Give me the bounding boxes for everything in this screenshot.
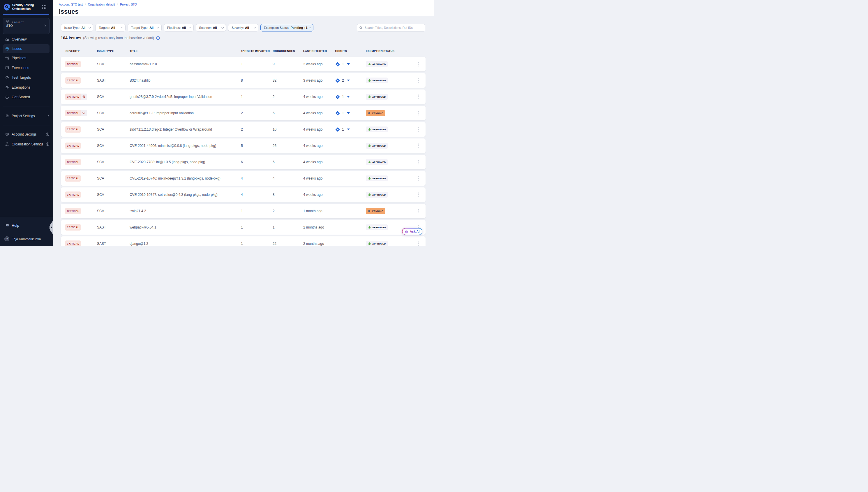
ask-ai-button[interactable]: Ask AI <box>402 228 422 235</box>
ticket-dropdown[interactable]: 1 <box>335 62 350 67</box>
main-content: Account: STO testOrganization: defaultPr… <box>53 0 434 246</box>
filter-value: All <box>245 26 249 29</box>
sidebar-item-organization-settings[interactable]: Organization Settings <box>0 139 53 149</box>
table-row[interactable]: CRITICAL SCA zlib@1:1.2.13.dfsg-1: Integ… <box>61 122 425 137</box>
sidebar-item-test-targets[interactable]: Test Targets <box>0 73 53 83</box>
sidebar-divider <box>3 126 50 126</box>
filter-targets[interactable]: Targets:All <box>95 24 126 31</box>
occurrences-cell: 22 <box>273 237 277 246</box>
column-header-issue_type: ISSUE TYPE <box>97 49 114 52</box>
exemption-label: APPROVED <box>372 243 386 245</box>
severity-badge: CRITICAL <box>65 159 81 165</box>
issue-title: B324: hashlib <box>130 73 150 88</box>
last-detected-cell: 2 months ago <box>303 237 324 246</box>
tickets-cell: 1 <box>335 90 350 104</box>
filter-exemption-status[interactable]: Exemption Status:Pending +1 <box>260 24 313 31</box>
column-header-occurrences: OCCURRENCES <box>273 49 295 52</box>
row-menu-button[interactable] <box>418 62 419 67</box>
table-row[interactable]: CRITICAL SCA CVE-2021-44906: minimist@0.… <box>61 139 425 153</box>
sidebar-bottom: Help TK Teja Kummarikuntla <box>0 217 53 246</box>
table-row[interactable]: CRITICAL SAST B324: hashlib 8 32 3 weeks… <box>61 73 425 88</box>
sidebar-item-exemptions[interactable]: Exemptions <box>0 82 53 92</box>
table-row[interactable]: CRITICAL SAST django@1.2 1 22 2 months a… <box>61 237 425 246</box>
row-menu-button[interactable] <box>418 209 419 214</box>
breadcrumb-link[interactable]: Account: STO test <box>59 3 83 6</box>
sidebar-item-overview[interactable]: Overview <box>0 34 53 44</box>
info-icon[interactable] <box>46 142 50 146</box>
occurrences-cell: 1 <box>273 220 275 235</box>
exemption-badge: APPROVED <box>366 192 388 198</box>
thumbs-up-icon <box>368 95 371 99</box>
filter-pipelines[interactable]: Pipelines:All <box>164 24 194 31</box>
sidebar-nav: Overview Issues Pipelines Executions Tes… <box>0 34 53 102</box>
ticket-dropdown[interactable]: 1 <box>335 111 350 116</box>
sidebar-item-executions[interactable]: Executions <box>0 63 53 73</box>
help-chat-icon <box>5 224 9 228</box>
exemption-badge: APPROVED <box>366 143 388 149</box>
info-icon[interactable] <box>156 36 160 40</box>
breadcrumb-link[interactable]: Organization: default <box>88 3 115 6</box>
app-title-line1: Security Testing <box>12 3 34 7</box>
filter-value: All <box>182 26 186 29</box>
table-row[interactable]: CRITICAL SCA CVE-2019-10747: set-value@0… <box>61 188 425 202</box>
thumbs-up-icon <box>368 226 371 229</box>
search-input[interactable] <box>365 26 423 29</box>
exemption-label: PENDING <box>372 210 383 213</box>
exemption-status-cell: APPROVED <box>366 220 388 235</box>
search-box <box>357 24 425 31</box>
exemption-label: APPROVED <box>372 194 386 196</box>
exemption-badge: APPROVED <box>366 126 388 132</box>
row-menu-button[interactable] <box>418 160 419 165</box>
row-menu-button[interactable] <box>418 241 419 246</box>
filter-scanner[interactable]: Scanner:All <box>196 24 226 31</box>
table-row[interactable]: CRITICAL SCA CVE-2019-10746: mixin-deep@… <box>61 171 425 186</box>
row-menu-button[interactable] <box>418 143 419 149</box>
last-detected-cell: 2 weeks ago <box>303 57 322 71</box>
table-row[interactable]: CRITICAL SAST webpack@5.64.1 1 1 2 month… <box>61 220 425 235</box>
severity-badge: CRITICAL <box>65 110 81 116</box>
ticket-dropdown[interactable]: 1 <box>335 127 350 132</box>
table-row[interactable]: CRITICAL SCA CVE-2020-7788: ini@1.3.5 (l… <box>61 155 425 169</box>
sidebar-item-issues[interactable]: Issues <box>3 44 50 53</box>
module-grid-icon[interactable] <box>42 5 46 9</box>
breadcrumb-separator-icon <box>84 3 86 5</box>
table-row[interactable]: CRITICAL SCA gnutls28@3.7.9-2+deb12u5: I… <box>61 90 425 104</box>
column-header-exemption: EXEMPTION STATUS <box>366 49 394 52</box>
breadcrumb-link[interactable]: Project: STO <box>120 3 137 6</box>
filter-value: All <box>213 26 217 29</box>
issue-type-cell: SCA <box>97 171 104 186</box>
app-logo-shield-icon <box>4 3 10 11</box>
ticket-dropdown[interactable]: 1 <box>335 94 350 99</box>
row-menu-button[interactable] <box>418 192 419 198</box>
sidebar-item-account-settings[interactable]: Account Settings <box>0 129 53 139</box>
row-menu-button[interactable] <box>418 94 419 100</box>
filter-target-type[interactable]: Target Type:All <box>128 24 162 31</box>
row-menu-button[interactable] <box>418 127 419 132</box>
severity-badge-group: CRITICAL <box>65 77 81 84</box>
row-menu-button[interactable] <box>418 176 419 181</box>
sidebar-item-pipelines[interactable]: Pipelines <box>0 53 53 63</box>
issue-type-cell: SAST <box>97 73 106 88</box>
exemption-label: APPROVED <box>372 177 386 180</box>
chevron-right-icon <box>44 24 46 27</box>
ticket-dropdown[interactable]: 2 <box>335 78 350 83</box>
sidebar: Security TestingOrchestration PROJECT ST… <box>0 0 53 246</box>
table-row[interactable]: CRITICAL SCA bassmaster//1.2.0 1 9 2 wee… <box>61 57 425 71</box>
sidebar-item-get-started[interactable]: Get Started <box>0 92 53 102</box>
row-menu-button[interactable] <box>418 78 419 84</box>
project-selector[interactable]: PROJECT STO <box>3 18 50 34</box>
table-row[interactable]: CRITICAL SCA coreutils@9.1-1: Improper I… <box>61 106 425 120</box>
filter-severity[interactable]: Severity:All <box>228 24 258 31</box>
last-detected-cell: 4 weeks ago <box>303 139 322 153</box>
user-menu[interactable]: TK Teja Kummarikuntla <box>4 237 41 241</box>
row-menu-button[interactable] <box>418 111 419 116</box>
info-icon[interactable] <box>46 132 50 136</box>
issue-title: zlib@1:1.2.13.dfsg-1: Integer Overflow o… <box>130 122 212 137</box>
table-row[interactable]: CRITICAL SCA swig//1.4.2 1 2 1 month ago… <box>61 204 425 218</box>
help-button[interactable]: Help <box>5 224 19 228</box>
filter-issue-type[interactable]: Issue Type:All <box>61 24 94 31</box>
column-header-detected: LAST DETECTED <box>303 49 327 52</box>
occurrences-cell: 6 <box>273 106 275 120</box>
issue-type-cell: SCA <box>97 122 104 137</box>
sidebar-item-project-settings[interactable]: Project Settings <box>0 111 53 121</box>
